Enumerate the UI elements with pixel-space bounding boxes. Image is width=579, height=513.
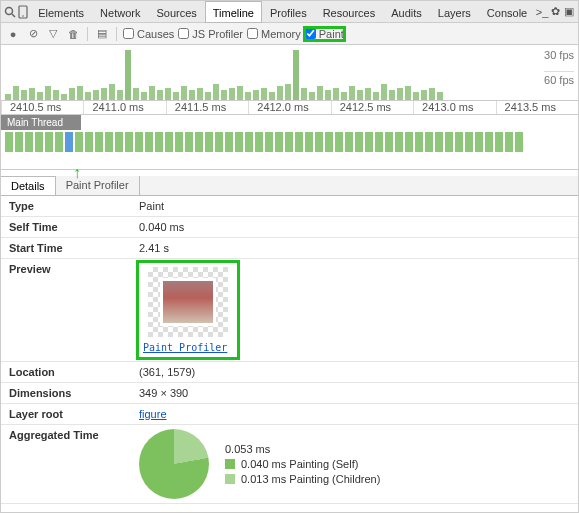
time-ticks: 2410.5 ms 2411.0 ms 2411.5 ms 2412.0 ms … <box>1 100 578 114</box>
tick: 2413.0 ms <box>413 101 495 114</box>
svg-line-1 <box>12 14 15 17</box>
tab-resources[interactable]: Resources <box>315 1 384 23</box>
svg-point-3 <box>23 15 25 17</box>
devtools-top-tabs: Elements Network Sources Timeline Profil… <box>1 1 578 23</box>
tick: 2410.5 ms <box>1 101 83 114</box>
gear-icon[interactable]: ✿ <box>549 3 563 21</box>
tick: 2411.5 ms <box>166 101 248 114</box>
details-table: TypePaint Self Time0.040 ms Start Time2.… <box>1 196 578 504</box>
tab-console[interactable]: Console <box>479 1 535 23</box>
main-thread-label: Main Thread <box>1 115 81 130</box>
separator <box>87 27 88 41</box>
gc-icon[interactable]: 🗑 <box>65 26 81 42</box>
tick: 2412.5 ms <box>331 101 413 114</box>
type-value: Paint <box>131 196 578 217</box>
location-label: Location <box>1 362 131 383</box>
tab-profiles[interactable]: Profiles <box>262 1 315 23</box>
overview-bars <box>1 50 548 100</box>
layer-root-link[interactable]: figure <box>139 408 167 420</box>
timeline-toolbar: ● ⊘ ▽ 🗑 ▤ Causes JS Profiler Memory Pain… <box>1 23 578 45</box>
start-time-value: 2.41 s <box>131 238 578 259</box>
tab-network[interactable]: Network <box>92 1 148 23</box>
paint-label: Paint <box>319 28 344 40</box>
separator <box>116 27 117 41</box>
svg-point-0 <box>5 7 12 14</box>
js-profiler-label: JS Profiler <box>192 28 243 40</box>
flamechart-icon[interactable]: ▤ <box>94 26 110 42</box>
start-time-label: Start Time <box>1 238 131 259</box>
paint-checkbox[interactable]: Paint <box>305 28 344 40</box>
js-profiler-checkbox[interactable]: JS Profiler <box>178 28 243 40</box>
paint-profiler-link[interactable]: Paint Profiler <box>143 342 227 353</box>
causes-label: Causes <box>137 28 174 40</box>
dimensions-value: 349 × 390 <box>131 383 578 404</box>
dock-icon[interactable]: ▣ <box>562 3 576 21</box>
memory-checkbox[interactable]: Memory <box>247 28 301 40</box>
tab-audits[interactable]: Audits <box>383 1 430 23</box>
aggregated-time-pie <box>139 429 209 499</box>
tick: 2411.0 ms <box>83 101 165 114</box>
fps-30-label: 30 fps <box>544 49 574 72</box>
preview-label: Preview <box>1 259 131 362</box>
aggregated-time-label: Aggregated Time <box>1 425 131 504</box>
tab-paint-profiler[interactable]: Paint Profiler <box>56 176 140 195</box>
details-sub-tabs: Details Paint Profiler <box>1 176 578 196</box>
fps-labels: 30 fps 60 fps <box>544 49 574 86</box>
layer-root-label: Layer root <box>1 404 131 425</box>
preview-thumbnail <box>148 267 228 337</box>
dimensions-label: Dimensions <box>1 383 131 404</box>
record-icon[interactable]: ● <box>5 26 21 42</box>
tick: 2412.0 ms <box>248 101 330 114</box>
self-time-value: 0.040 ms <box>131 217 578 238</box>
aggregated-time-row: 0.053 ms 0.040 ms Painting (Self) 0.013 … <box>139 429 570 499</box>
device-icon[interactable] <box>17 3 31 21</box>
drawer-icon[interactable]: >_ <box>535 3 549 21</box>
self-time-label: Self Time <box>1 217 131 238</box>
location-value: (361, 1579) <box>131 362 578 383</box>
tick: 2413.5 ms <box>496 101 578 114</box>
search-icon[interactable] <box>3 3 17 21</box>
tab-details[interactable]: Details <box>1 176 56 195</box>
type-label: Type <box>1 196 131 217</box>
fps-60-label: 60 fps <box>544 74 574 86</box>
tab-elements[interactable]: Elements <box>30 1 92 23</box>
preview-box: Paint Profiler <box>139 263 237 357</box>
filter-icon[interactable]: ▽ <box>45 26 61 42</box>
clear-icon[interactable]: ⊘ <box>25 26 41 42</box>
tab-layers[interactable]: Layers <box>430 1 479 23</box>
agg-children: 0.013 ms Painting (Children) <box>225 473 380 485</box>
tab-sources[interactable]: Sources <box>148 1 204 23</box>
causes-checkbox[interactable]: Causes <box>123 28 174 40</box>
swatch-children <box>225 474 235 484</box>
agg-total: 0.053 ms <box>225 443 380 455</box>
selection-arrow-icon: ↑ <box>73 164 578 176</box>
overview-panel[interactable]: 30 fps 60 fps 2410.5 ms 2411.0 ms 2411.5… <box>1 45 578 115</box>
agg-self: 0.040 ms Painting (Self) <box>225 458 380 470</box>
tab-timeline[interactable]: Timeline <box>205 1 262 23</box>
swatch-self <box>225 459 235 469</box>
memory-label: Memory <box>261 28 301 40</box>
